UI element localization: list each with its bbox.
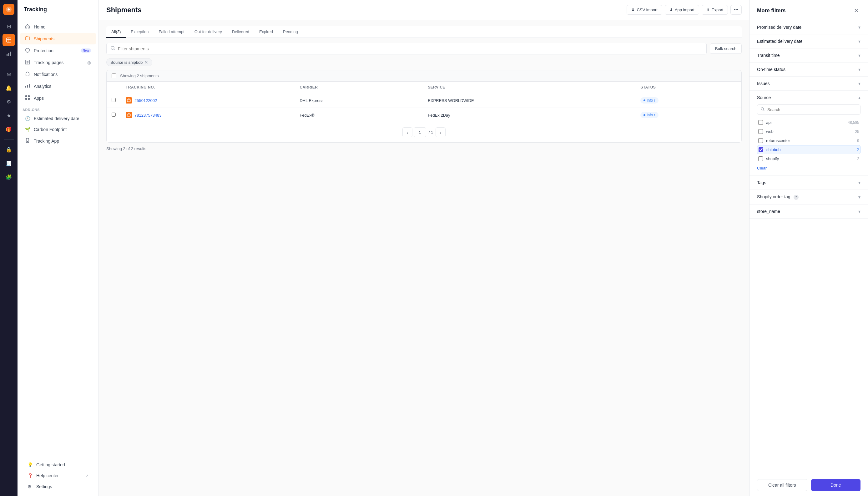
- sidebar-item-analytics[interactable]: Analytics: [20, 80, 96, 92]
- svg-rect-9: [29, 84, 30, 88]
- source-clear-link[interactable]: Clear: [757, 166, 767, 170]
- ontime-status-chevron: ▾: [858, 67, 861, 72]
- select-all-checkbox[interactable]: [112, 74, 116, 78]
- sidebar-item-settings[interactable]: ⚙ Settings: [22, 481, 94, 492]
- svg-rect-13: [28, 98, 30, 100]
- filter-section-estimated-delivery-header[interactable]: Estimated delivery date ▾: [749, 34, 868, 48]
- source-search-input[interactable]: [767, 107, 857, 112]
- nav-icon-home[interactable]: ⊞: [2, 20, 15, 32]
- sidebar-item-help[interactable]: ❓ Help center ↗: [22, 470, 94, 481]
- nav-icon-lock[interactable]: 🔒: [2, 143, 15, 156]
- source-label: Source: [757, 95, 771, 100]
- export-button[interactable]: ⬆ Export: [702, 5, 728, 15]
- sidebar-item-shipments[interactable]: Shipments: [20, 33, 96, 44]
- tracking-pages-ext-icon: ◎: [87, 60, 91, 65]
- help-icon: ❓: [28, 473, 33, 478]
- tab-pending[interactable]: Pending: [278, 26, 303, 38]
- tab-expired[interactable]: Expired: [254, 26, 278, 38]
- csv-import-button[interactable]: ⬇ CSV import: [627, 5, 662, 15]
- page-separator: / 1: [427, 130, 434, 135]
- row2-checkbox[interactable]: [112, 112, 116, 117]
- sidebar-item-notifications[interactable]: Notifications: [20, 68, 96, 80]
- source-checkbox-returnscenter[interactable]: [758, 138, 763, 143]
- app-import-label: App import: [675, 7, 694, 12]
- svg-rect-2: [6, 54, 7, 56]
- sidebar-item-carbon[interactable]: 🌱 Carbon Footprint: [20, 124, 96, 135]
- tab-failed-attempt[interactable]: Failed attempt: [154, 26, 189, 38]
- page-input[interactable]: [414, 127, 426, 137]
- more-options-button[interactable]: •••: [730, 5, 742, 15]
- filter-section-source-header[interactable]: Source ▴: [749, 91, 868, 105]
- clear-all-filters-button[interactable]: Clear all filters: [757, 479, 807, 491]
- search-input[interactable]: [118, 46, 703, 51]
- col-tracking-no: Tracking no.: [121, 82, 295, 93]
- nav-icon-settings2[interactable]: ⚙: [2, 95, 15, 108]
- search-box[interactable]: [106, 43, 707, 55]
- source-name-shipbob: shipbob: [767, 147, 854, 152]
- table-scroll[interactable]: Tracking no. Carrier Service Status: [107, 82, 741, 122]
- tab-delivered[interactable]: Delivered: [227, 26, 254, 38]
- tab-exception[interactable]: Exception: [126, 26, 154, 38]
- source-option-shopify[interactable]: shopify 2: [757, 154, 861, 163]
- filter-section-shopify-order-tag-header[interactable]: Shopify order tag ? ▾: [749, 190, 868, 204]
- nav-icon-mail[interactable]: ✉: [2, 68, 15, 80]
- source-option-returnscenter[interactable]: returnscenter 9: [757, 136, 861, 145]
- sidebar-item-home[interactable]: Home: [20, 21, 96, 32]
- main-content: Shipments ⬇ CSV import ⬇ App import ⬆ Ex…: [99, 0, 749, 496]
- nav-icon-star[interactable]: ★: [2, 109, 15, 122]
- source-search-box[interactable]: [757, 105, 861, 115]
- app-import-button[interactable]: ⬇ App import: [665, 5, 699, 15]
- tracking-num-2[interactable]: 781237573483: [135, 113, 162, 118]
- filter-section-transit-time-header[interactable]: Transit time ▾: [749, 48, 868, 62]
- filter-section-issues: Issues ▾: [749, 77, 868, 91]
- sidebar-item-tracking-pages[interactable]: Tracking pages ◎: [20, 57, 96, 68]
- row1-checkbox[interactable]: [112, 98, 116, 102]
- nav-icon-tracking[interactable]: [2, 34, 15, 46]
- shopify-order-tag-info-icon: ?: [793, 195, 799, 200]
- sidebar-item-edd[interactable]: 🕐 Estimated delivery date: [20, 113, 96, 124]
- nav-icon-gift[interactable]: 🎁: [2, 123, 15, 136]
- source-name-api: api: [766, 120, 845, 125]
- nav-icon-receipt[interactable]: 🧾: [2, 157, 15, 170]
- tracking-app-label: Tracking App: [34, 139, 59, 143]
- nav-icon-notifications[interactable]: 🔔: [2, 82, 15, 94]
- source-checkbox-api[interactable]: [758, 120, 763, 125]
- source-checkbox-web[interactable]: [758, 129, 763, 134]
- nav-icon-analytics[interactable]: [2, 48, 15, 60]
- next-page-button[interactable]: ›: [436, 127, 445, 137]
- sidebar-item-apps[interactable]: Apps: [20, 92, 96, 104]
- source-option-shipbob[interactable]: shipbob 2: [757, 145, 861, 154]
- source-checkbox-shopify[interactable]: [758, 156, 763, 161]
- filter-section-promised-delivery-header[interactable]: Promised delivery date ▾: [749, 20, 868, 34]
- filter-section-ontime-status-header[interactable]: On-time status ▾: [749, 63, 868, 76]
- tab-out-for-delivery[interactable]: Out for delivery: [189, 26, 227, 38]
- table-header-row: Tracking no. Carrier Service Status: [107, 82, 741, 93]
- prev-page-button[interactable]: ‹: [403, 127, 412, 137]
- nav-icon-puzzle[interactable]: 🧩: [2, 171, 15, 183]
- sidebar-item-getting-started[interactable]: 💡 Getting started: [22, 460, 94, 470]
- svg-rect-10: [25, 95, 27, 97]
- source-option-api[interactable]: api 48,585: [757, 118, 861, 127]
- tabs-bar: All(2) Exception Failed attempt Out for …: [106, 26, 742, 38]
- carrier-icon-1: [126, 97, 132, 104]
- icon-bar-divider: [4, 64, 14, 64]
- tracking-num-1[interactable]: 2550122002: [135, 98, 157, 103]
- filter-section-store-name-header[interactable]: store_name ▾: [749, 204, 868, 218]
- source-checkbox-shipbob[interactable]: [759, 147, 763, 152]
- tab-all[interactable]: All(2): [106, 26, 126, 38]
- filters-panel-close-button[interactable]: ✕: [852, 6, 861, 15]
- done-button[interactable]: Done: [811, 479, 861, 491]
- bulk-search-button[interactable]: Bulk search: [710, 44, 742, 54]
- protection-badge: New: [81, 48, 91, 52]
- filter-section-tags-header[interactable]: Tags ▾: [749, 176, 868, 189]
- filter-tag-close[interactable]: ✕: [144, 60, 148, 65]
- filter-section-issues-header[interactable]: Issues ▾: [749, 77, 868, 90]
- source-count-returnscenter: 9: [857, 139, 859, 143]
- svg-rect-7: [25, 86, 26, 88]
- sidebar-item-protection[interactable]: Protection New: [20, 45, 96, 56]
- app-logo[interactable]: [3, 4, 14, 15]
- sidebar-item-tracking-app[interactable]: Tracking App: [20, 135, 96, 147]
- source-search-icon: [760, 107, 765, 112]
- source-option-web[interactable]: web 25: [757, 127, 861, 136]
- filter-section-transit-time: Transit time ▾: [749, 48, 868, 63]
